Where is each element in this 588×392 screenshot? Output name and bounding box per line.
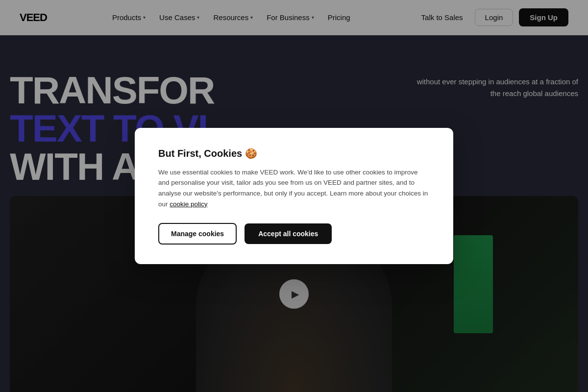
accept-cookies-button[interactable]: Accept all cookies bbox=[245, 223, 332, 244]
cookie-modal-actions: Manage cookies Accept all cookies bbox=[158, 223, 430, 245]
cookie-policy-link[interactable]: cookie policy bbox=[170, 200, 207, 208]
manage-cookies-button[interactable]: Manage cookies bbox=[158, 223, 237, 245]
cookie-modal: But First, Cookies 🍪 We use essential co… bbox=[135, 128, 453, 264]
cookie-modal-body: We use essential cookies to make VEED wo… bbox=[158, 167, 430, 209]
modal-overlay: But First, Cookies 🍪 We use essential co… bbox=[0, 0, 588, 392]
cookie-modal-title: But First, Cookies 🍪 bbox=[158, 147, 430, 159]
